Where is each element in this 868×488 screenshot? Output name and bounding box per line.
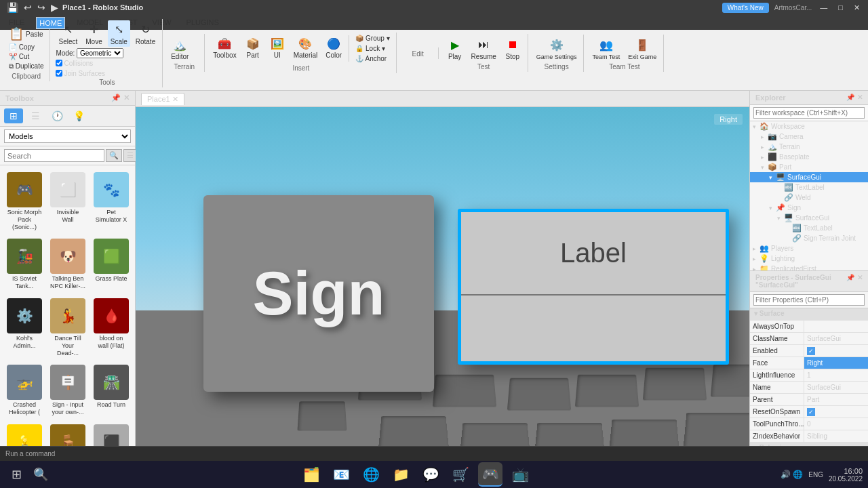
toolbox-close-icon[interactable]: ✕ <box>123 94 130 102</box>
exit-game-button[interactable]: 🚪 Exit Game <box>625 36 659 62</box>
move-button[interactable]: ✛ Move <box>83 20 104 47</box>
copy-button[interactable]: 📄 Copy <box>7 43 37 52</box>
toolbox-item[interactable]: ⚙️Kohl's Admin... <box>4 296 45 359</box>
search-input[interactable] <box>4 149 104 162</box>
tree-arrow[interactable]: ▾ <box>769 205 776 211</box>
taskbar-app-mail[interactable]: 📧 <box>329 462 353 487</box>
tree-arrow[interactable]: ▸ <box>753 245 760 252</box>
mode-select[interactable]: Geometric <box>77 48 123 58</box>
tree-item-part[interactable]: ▾📦Part <box>750 162 868 172</box>
explorer-filter-input[interactable] <box>753 107 865 119</box>
viewport[interactable]: Place1 ✕ Sign <box>136 91 749 446</box>
tree-item-weld[interactable]: 🔗Weld <box>750 192 868 203</box>
explorer-pin-icon[interactable]: 📌 <box>846 94 854 102</box>
menu-plugins[interactable]: PLUGINS <box>183 16 222 28</box>
group-button[interactable]: 📦 Group ▾ <box>353 34 391 43</box>
toolbox-pin-icon[interactable]: 📌 <box>111 94 121 102</box>
rotate-button[interactable]: ↻ Rotate <box>133 20 158 47</box>
search-button[interactable]: 🔍 <box>106 149 122 162</box>
toolbox-item[interactable]: 💡Powerful light <box>4 422 45 446</box>
run-icon[interactable]: ▶ <box>50 1 60 14</box>
toolbox-button[interactable]: 🧰 Toolbox <box>210 34 239 60</box>
duplicate-button[interactable]: ⧉ Duplicate <box>7 62 45 71</box>
redo-icon[interactable]: ↪ <box>36 1 47 14</box>
prop-value[interactable]: SurfaceGui <box>804 333 868 344</box>
tree-arrow[interactable]: ▸ <box>761 154 768 161</box>
toolbox-item[interactable]: 🪑Chair <box>47 422 88 446</box>
taskbar-app-roblox[interactable]: 🎮 <box>478 462 502 487</box>
viewport-tab-place1[interactable]: Place1 ✕ <box>141 93 184 105</box>
tree-item-surfacegui[interactable]: ▾🖥️SurfaceGui <box>750 213 868 223</box>
toolbox-item[interactable]: 🐾Pet Simulator X <box>91 169 132 233</box>
taskbar-app-teams[interactable]: 💬 <box>418 462 443 487</box>
taskbar-app-browser[interactable]: 🌐 <box>359 462 383 487</box>
cut-button[interactable]: ✂️ Cut <box>7 52 31 61</box>
filter-button[interactable]: ☰ <box>123 149 137 162</box>
resume-button[interactable]: ⏭ Resume <box>469 35 499 62</box>
tree-arrow[interactable]: ▸ <box>761 144 768 150</box>
taskbar-app-media[interactable]: 📺 <box>508 462 532 487</box>
color-button[interactable]: 🔵 Color <box>323 34 344 60</box>
collisions-check[interactable]: Collisions <box>56 60 105 67</box>
toolbox-item[interactable]: 🚂IS Soviet Tank... <box>4 236 45 293</box>
properties-section-surface[interactable]: ▾ Surface <box>750 308 868 321</box>
taskbar-app-store[interactable]: 🛒 <box>448 462 473 487</box>
stop-button[interactable]: ⏹ Stop <box>502 35 524 62</box>
properties-filter-input[interactable] <box>753 294 865 306</box>
tree-item-players[interactable]: ▸👥Players <box>750 243 868 253</box>
toolbox-tab-favorites[interactable]: 💡 <box>69 108 88 123</box>
tree-arrow[interactable]: ▾ <box>769 174 776 181</box>
tree-arrow[interactable]: ▾ <box>761 164 768 171</box>
tree-item-sign-terrain-joint[interactable]: 🔗Sign Terrain Joint <box>750 233 868 243</box>
prop-checkbox[interactable]: ✓ <box>807 408 815 416</box>
type-select[interactable]: Models Plugins Audio <box>4 129 131 143</box>
toolbox-item[interactable]: 🐶Talking Ben NPC Killer-... <box>47 236 88 293</box>
tree-item-terrain[interactable]: ▸🏔️Terrain <box>750 142 868 152</box>
toolbox-tab-grid[interactable]: ⊞ <box>4 108 23 123</box>
toolbox-item[interactable]: 🎮Sonic Morph Pack (Sonic...) <box>4 169 45 233</box>
tree-item-textlabel[interactable]: 🔤TextLabel <box>750 182 868 192</box>
tree-arrow[interactable]: ▸ <box>761 134 768 140</box>
properties-section-behavior[interactable]: ▾ Behavior <box>750 443 868 446</box>
scale-button[interactable]: ⤡ Scale <box>108 20 130 47</box>
prop-value[interactable]: Part <box>804 394 868 405</box>
tree-item-lighting[interactable]: ▸💡Lighting <box>750 253 868 264</box>
team-test-button[interactable]: 👥 Team Test <box>589 36 623 62</box>
tree-arrow[interactable]: ▾ <box>753 123 760 130</box>
tree-arrow[interactable]: ▸ <box>753 266 760 271</box>
toolbox-item[interactable]: 💃Dance Till Your Dead-... <box>47 296 88 359</box>
toolbox-item[interactable]: 🪧Sign - Input your own-... <box>47 362 88 419</box>
explorer-close-icon[interactable]: ✕ <box>857 94 863 102</box>
tree-item-textlabel[interactable]: 🔤TextLabel <box>750 223 868 233</box>
menu-home[interactable]: HOME <box>36 17 65 29</box>
tree-item-surfacegui[interactable]: ▾🖥️SurfaceGui <box>750 172 868 182</box>
tree-arrow[interactable]: ▸ <box>753 256 760 262</box>
prop-value[interactable]: Sibling <box>804 430 868 442</box>
maximize-icon[interactable]: □ <box>835 3 846 12</box>
save-icon[interactable]: 💾 <box>5 1 20 14</box>
lock-button[interactable]: 🔒 Lock ▾ <box>353 44 391 53</box>
start-button[interactable]: ⊞ <box>5 464 27 485</box>
prop-checkbox[interactable]: ✓ <box>807 347 815 355</box>
whats-new-button[interactable]: What's New <box>722 3 769 13</box>
game-settings-button[interactable]: ⚙️ Game Settings <box>534 36 580 62</box>
prop-value[interactable]: SurfaceGui <box>804 382 868 393</box>
prop-value[interactable]: Right <box>804 357 868 369</box>
toolbox-item[interactable]: 🛣️Road Turn <box>91 362 132 419</box>
ui-button[interactable]: 🖼️ UI <box>267 34 288 60</box>
tree-item-baseplate[interactable]: ▸⬛Baseplate <box>750 152 868 162</box>
tree-item-camera[interactable]: ▸📷Camera <box>750 131 868 142</box>
part-button[interactable]: 📦 Part <box>242 34 264 60</box>
taskbar-app-explorer[interactable]: 📁 <box>389 462 413 487</box>
toolbox-item[interactable]: 🩸blood on wall (Flat) <box>91 296 132 359</box>
prop-value[interactable]: 0 <box>804 418 868 430</box>
taskbar-app-files[interactable]: 🗂️ <box>299 462 323 487</box>
toolbox-item[interactable]: 🟩Grass Plate <box>91 236 132 293</box>
anchor-button[interactable]: ⚓ Anchor <box>353 54 391 63</box>
toolbox-item[interactable]: 🚁Crashed Helicopter ( <box>4 362 45 419</box>
close-icon[interactable]: ✕ <box>851 3 863 12</box>
toolbox-item[interactable]: ⬜Invisible Wall <box>47 169 88 233</box>
prop-value[interactable]: 1 <box>804 369 868 381</box>
toolbox-tab-recent[interactable]: 🕐 <box>47 108 66 123</box>
tree-item-replicatedfirst[interactable]: ▸📁ReplicatedFirst <box>750 264 868 270</box>
